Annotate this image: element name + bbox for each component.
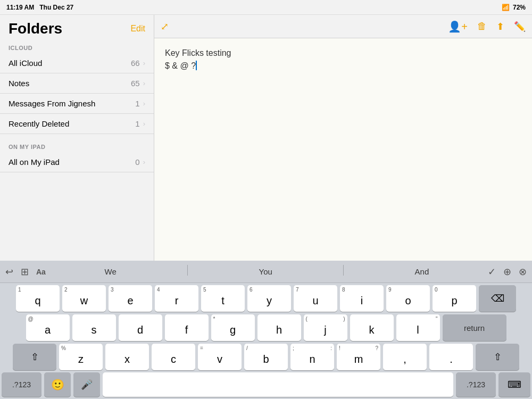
key-u[interactable]: 7 u	[294, 285, 337, 312]
key-i[interactable]: 8 i	[340, 285, 384, 312]
key-c[interactable]: c	[152, 344, 195, 370]
toolbar-left: ⤢	[161, 21, 169, 32]
autocomplete-suggestions: We You And	[46, 265, 488, 278]
compose-icon[interactable]: ✏️	[514, 21, 526, 32]
delete-key[interactable]: ⌫	[479, 285, 516, 312]
sidebar-header: Folders Edit	[0, 15, 154, 40]
key-k[interactable]: k	[350, 314, 394, 341]
key-y[interactable]: 6 y	[247, 285, 291, 312]
key-b[interactable]: / b	[244, 344, 288, 370]
microphone-icon: 🎤	[81, 379, 93, 390]
key-comma[interactable]: ,	[383, 344, 427, 370]
folder-item-notes[interactable]: Notes 65 ›	[0, 73, 154, 94]
battery-text: 72%	[513, 4, 526, 11]
key-j[interactable]: ( ) j	[304, 314, 347, 341]
key-row-1: 1 q 2 w 3 e 4 r 5 t 6 y	[2, 285, 530, 312]
key-row-2: @ a s d f * g h ( ) j	[2, 314, 530, 341]
keyboard-dismiss-key[interactable]: ⌨	[498, 372, 530, 397]
key-t[interactable]: 5 t	[201, 285, 245, 312]
undo-icon[interactable]: ↩	[5, 266, 13, 278]
key-x[interactable]: x	[105, 344, 149, 370]
key-p[interactable]: 0 p	[433, 285, 476, 312]
grid-icon[interactable]: ⊞	[21, 266, 29, 278]
autocomplete-word-3[interactable]: And	[411, 265, 434, 278]
text-size-icon[interactable]: Aa	[36, 268, 46, 276]
emoji-key[interactable]: 🙂	[44, 372, 71, 397]
key-d[interactable]: d	[119, 314, 162, 341]
numbers-key-left[interactable]: .?123	[2, 372, 41, 397]
trash-icon[interactable]: 🗑	[477, 21, 487, 32]
key-o[interactable]: 9 o	[386, 285, 430, 312]
shift-right-icon: ⇧	[494, 351, 502, 363]
note-area: ⤢ 👤+ 🗑 ⬆ ✏️ Key Flicks testing $ & @ ?	[154, 15, 532, 261]
folder-item-recently-deleted[interactable]: Recently Deleted 1 ›	[0, 114, 154, 134]
autocomplete-divider-1	[187, 265, 188, 276]
key-r[interactable]: 4 r	[155, 285, 198, 312]
note-line2: $ & @ ?	[165, 60, 521, 72]
note-toolbar: ⤢ 👤+ 🗑 ⬆ ✏️	[154, 15, 532, 38]
key-h[interactable]: h	[257, 314, 301, 341]
key-f[interactable]: f	[165, 314, 209, 341]
autocomplete-bar: ↩ ⊞ Aa We You And ✓ ⊕ ⊗	[0, 261, 532, 283]
autocomplete-divider-2	[343, 265, 344, 276]
shift-key-left[interactable]: ⇧	[13, 344, 56, 370]
checkmark-icon[interactable]: ✓	[488, 266, 496, 278]
keyboard-icon: ⌨	[508, 379, 521, 390]
key-m[interactable]: ! ? m	[337, 344, 380, 370]
text-cursor	[196, 61, 197, 70]
key-l[interactable]: " l	[396, 314, 440, 341]
sidebar-title: Folders	[9, 20, 62, 37]
space-key[interactable]	[103, 372, 453, 397]
key-e[interactable]: 3 e	[109, 285, 152, 312]
key-v[interactable]: = v	[198, 344, 242, 370]
folder-name-messages: Messages From Jignesh	[9, 99, 135, 108]
key-row-3: ⇧ % z x c = v / b ; : n	[2, 344, 530, 370]
wifi-icon: 📶	[502, 4, 510, 11]
back-arrows-icon[interactable]: ⤢	[161, 21, 169, 32]
share-icon[interactable]: ⬆	[496, 21, 504, 32]
up-arrow-icon[interactable]: ⊗	[519, 266, 527, 278]
keyboard-area: ↩ ⊞ Aa We You And ✓ ⊕ ⊗ 1 q 2 w	[0, 261, 532, 399]
autocomplete-word-2[interactable]: You	[255, 265, 277, 278]
numbers-key-right[interactable]: .?123	[456, 372, 496, 397]
keyboard-rows: 1 q 2 w 3 e 4 r 5 t 6 y	[0, 283, 532, 372]
autocomplete-right-icons: ✓ ⊕ ⊗	[488, 266, 527, 278]
folder-count-all-icloud: 66	[131, 59, 140, 68]
note-line1: Key Flicks testing	[165, 47, 521, 60]
status-time: 11:19 AM Thu Dec 27	[6, 4, 73, 11]
chevron-icon: ›	[143, 158, 145, 166]
shift-key-right[interactable]: ⇧	[476, 344, 519, 370]
ipad-section-label: ON MY IPAD	[0, 139, 154, 152]
status-bar: 11:19 AM Thu Dec 27 📶 72%	[0, 0, 532, 15]
key-a[interactable]: @ a	[26, 314, 70, 341]
key-z[interactable]: % z	[59, 344, 103, 370]
key-g[interactable]: * g	[211, 314, 255, 341]
emoji-icon: 🙂	[51, 378, 64, 391]
key-period[interactable]: .	[429, 344, 473, 370]
main-content: Folders Edit ICLOUD All iCloud 66 › Note…	[0, 15, 532, 261]
microphone-key[interactable]: 🎤	[73, 372, 100, 397]
key-q[interactable]: 1 q	[16, 285, 60, 312]
chevron-icon: ›	[143, 79, 145, 87]
plus-circle-icon[interactable]: ⊕	[503, 266, 511, 278]
sidebar: Folders Edit ICLOUD All iCloud 66 › Note…	[0, 15, 154, 261]
folder-item-all-ipad[interactable]: All on My iPad 0 ›	[0, 152, 154, 172]
autocomplete-left-icons: ↩ ⊞ Aa	[5, 266, 46, 278]
shift-icon: ⇧	[31, 351, 39, 363]
return-key[interactable]: return	[443, 314, 506, 341]
bottom-row: .?123 🙂 🎤 .?123 ⌨	[0, 372, 532, 399]
key-w[interactable]: 2 w	[62, 285, 106, 312]
folder-count-notes: 65	[131, 79, 140, 88]
edit-button[interactable]: Edit	[130, 24, 145, 34]
key-n[interactable]: ; : n	[290, 344, 334, 370]
chevron-icon: ›	[143, 120, 145, 128]
folder-name-all-icloud: All iCloud	[9, 59, 131, 68]
autocomplete-word-1[interactable]: We	[101, 265, 121, 278]
key-s[interactable]: s	[72, 314, 116, 341]
folder-name-recently-deleted: Recently Deleted	[9, 119, 135, 128]
folder-item-all-icloud[interactable]: All iCloud 66 ›	[0, 53, 154, 73]
add-person-icon[interactable]: 👤+	[448, 20, 468, 33]
note-content[interactable]: Key Flicks testing $ & @ ?	[154, 38, 532, 261]
chevron-icon: ›	[143, 59, 145, 67]
folder-item-messages[interactable]: Messages From Jignesh 1 ›	[0, 94, 154, 114]
